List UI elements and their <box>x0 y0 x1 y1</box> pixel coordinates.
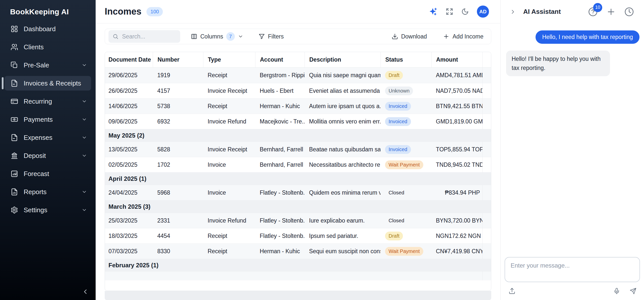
table-row[interactable]: 09/06/2025 6932 Invoice Refund Macejkovi… <box>105 114 491 129</box>
row-actions-button[interactable] <box>482 114 491 129</box>
sidebar-item-dashboard[interactable]: Dashboard <box>5 22 91 36</box>
dark-mode-moon-icon[interactable] <box>461 8 469 15</box>
table-row[interactable]: 13/05/2025 5828 Invoice Receipt Bernhard… <box>105 142 491 157</box>
cell-description: Ipsum sed pariatur. <box>305 233 381 239</box>
row-actions-button[interactable] <box>482 244 491 259</box>
columns-icon <box>191 33 197 40</box>
assistant-message-bubble: Hello! I'll be happy to help you with ta… <box>506 51 610 76</box>
sidebar-item-forecast[interactable]: Forecast <box>5 166 91 181</box>
sidebar-item-label: Payments <box>24 116 82 123</box>
cell-amount: GMD1,819.00 GMD <box>431 118 482 125</box>
status-badge: Closed <box>385 216 408 225</box>
forecast-icon <box>11 170 18 178</box>
cell-description: Necessitatibus architecto re... <box>305 161 381 168</box>
sidebar-item-label: Reports <box>24 188 82 196</box>
cell-amount: CN¥7,419.98 CNY <box>431 248 482 255</box>
status-badge: Draft <box>385 71 403 80</box>
row-actions-button[interactable] <box>482 157 491 173</box>
cell-document-date: 25/03/2025 <box>105 217 153 224</box>
cell-status: Invoiced <box>381 145 431 154</box>
sidebar-item-reports[interactable]: Reports <box>5 185 91 199</box>
cell-type: Invoice <box>203 189 255 196</box>
table-group-header: May 2025 (2) <box>105 129 491 142</box>
table-row[interactable]: 07/03/2025 8330 Receipt Herman - Kuhic S… <box>105 243 491 259</box>
cell-description: Quidem eos minima rerum v... <box>305 189 381 196</box>
cell-amount: AMD4,781.51 AMD <box>431 72 482 79</box>
row-actions-button[interactable] <box>482 83 491 99</box>
column-header-amount[interactable]: Amount <box>431 52 482 67</box>
help-button[interactable]: 10 <box>588 7 598 17</box>
table-row[interactable]: 24/04/2025 5968 Invoice Flatley - Stolte… <box>105 185 491 200</box>
row-actions-button[interactable] <box>482 68 491 83</box>
voice-input-button[interactable] <box>613 288 620 294</box>
cell-amount: NGN172.62 NGN <box>431 233 482 239</box>
send-message-button[interactable] <box>630 288 636 294</box>
row-actions-button[interactable] <box>482 99 491 114</box>
cell-status: Draft <box>381 71 431 80</box>
sidebar-item-clients[interactable]: Clients <box>5 40 91 54</box>
main-header: Incomes 100 AD <box>96 0 500 23</box>
sidebar-item-label: Deposit <box>24 152 82 160</box>
sidebar-item-pre-sale[interactable]: Pre-Sale <box>5 58 91 72</box>
row-actions-button[interactable] <box>482 142 491 157</box>
search-placeholder: Search... <box>122 33 145 40</box>
clock-icon <box>624 7 634 17</box>
cell-account: Flatley - Stoltenb... <box>255 189 305 196</box>
columns-button[interactable]: Columns 7 <box>191 32 243 41</box>
history-button[interactable] <box>624 7 634 17</box>
sidebar-item-recurring[interactable]: Recurring <box>5 94 91 109</box>
cell-status: Closed <box>381 216 431 225</box>
plus-icon <box>606 7 616 17</box>
row-actions-button[interactable] <box>482 185 491 200</box>
column-header-description[interactable]: Description <box>305 52 381 67</box>
cell-description: Iure explicabo earum. <box>305 217 381 224</box>
avatar[interactable]: AD <box>477 6 489 18</box>
sidebar-item-payments[interactable]: Payments <box>5 112 91 127</box>
cell-document-date: 09/06/2025 <box>105 118 153 125</box>
sidebar-item-label: Clients <box>24 43 87 51</box>
row-actions-button[interactable] <box>482 213 491 228</box>
cell-account: Flatley - Stoltenb... <box>255 233 305 239</box>
table-row[interactable]: 26/06/2025 4157 Invoice Receipt Huels - … <box>105 83 491 98</box>
fullscreen-icon[interactable] <box>446 8 453 15</box>
download-button[interactable]: Download <box>392 33 427 40</box>
reports-icon <box>11 188 18 196</box>
table-row[interactable]: 29/06/2025 1919 Receipt Bergstrom - Ripp… <box>105 68 491 83</box>
ai-sparkles-icon[interactable] <box>429 7 438 16</box>
cell-status: Wait Payment <box>381 160 431 169</box>
row-actions-button[interactable] <box>482 228 491 244</box>
sidebar: BookKeeping AI Dashboard Clients Pre-Sal… <box>0 0 96 300</box>
column-header-document-date[interactable]: Document Date <box>105 52 153 67</box>
group-header-label: February 2025 (1) <box>108 262 159 269</box>
sidebar-item-invoices-receipts[interactable]: Invoices & Receipts <box>5 76 91 91</box>
column-header-status[interactable]: Status <box>381 52 431 67</box>
table-footer-strip <box>105 291 491 300</box>
table-row[interactable]: 14/06/2025 5738 Receipt Herman - Kuhic A… <box>105 98 491 114</box>
new-chat-button[interactable] <box>606 7 616 17</box>
cell-type: Receipt <box>203 233 255 239</box>
sidebar-item-expenses[interactable]: Expenses <box>5 130 91 145</box>
upload-attachment-button[interactable] <box>509 288 515 294</box>
chevron-down-icon <box>82 189 87 195</box>
search-input[interactable]: Search... <box>108 30 180 43</box>
column-header-number[interactable]: Number <box>153 52 203 67</box>
sidebar-item-settings[interactable]: Settings <box>5 203 91 217</box>
column-header-type[interactable]: Type <box>203 52 255 67</box>
table-row[interactable]: 02/05/2025 1702 Invoice Bernhard, Farrel… <box>105 157 491 172</box>
panel-collapse-button[interactable] <box>510 9 516 15</box>
message-input[interactable]: Enter your message... <box>505 257 640 282</box>
table-row[interactable]: 18/03/2025 4454 Receipt Flatley - Stolte… <box>105 228 491 243</box>
cell-status: Closed <box>381 188 431 197</box>
cell-status: Unknown <box>381 87 431 95</box>
table-row-partial[interactable] <box>105 271 491 280</box>
sidebar-item-deposit[interactable]: Deposit <box>5 148 91 163</box>
cell-number: 6932 <box>153 118 203 125</box>
add-income-button[interactable]: Add Income <box>443 33 483 40</box>
table-row[interactable]: 25/03/2025 2331 Invoice Refund Flatley -… <box>105 213 491 228</box>
sidebar-nav: Dashboard Clients Pre-Sale Invoices & Re… <box>0 22 96 217</box>
cell-number: 4454 <box>153 233 203 239</box>
sidebar-collapse-button[interactable] <box>82 288 89 295</box>
filters-button[interactable]: Filters <box>258 33 284 40</box>
column-header-account[interactable]: Account <box>255 52 305 67</box>
chevron-right-icon <box>510 9 516 15</box>
